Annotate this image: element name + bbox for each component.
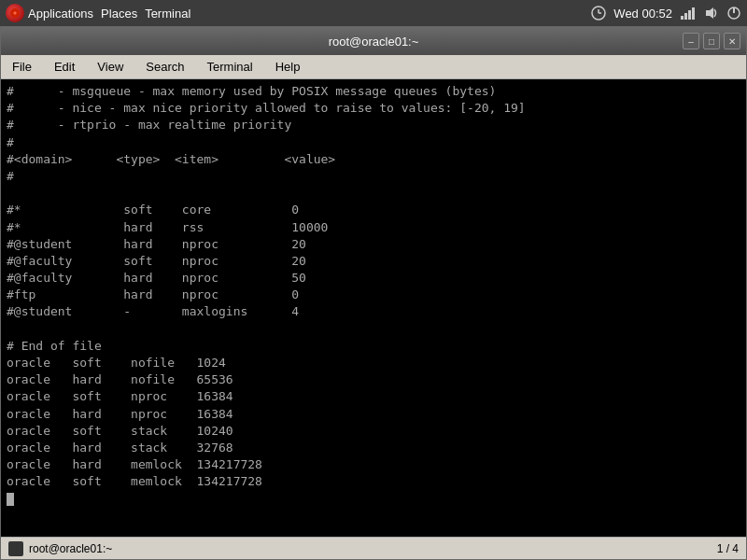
terminal-line: oracle soft nofile 1024	[7, 356, 226, 370]
svg-rect-7	[692, 7, 695, 20]
svg-rect-4	[681, 16, 684, 20]
terminal-line: oracle hard nofile 65536	[7, 372, 233, 386]
system-bar-right: Wed 00:52	[591, 6, 741, 21]
terminal-line: #@student - maxlogins 4	[7, 304, 299, 318]
menu-help[interactable]: Help	[270, 58, 306, 76]
terminal-line: oracle soft nproc 16384	[7, 389, 233, 403]
terminal-line: # - nice - max nice priority allowed to …	[7, 101, 526, 115]
terminal-line: oracle soft memlock 134217728	[7, 474, 262, 488]
terminal-line: # - msgqueue - max memory used by POSIX …	[7, 84, 496, 98]
maximize-button[interactable]: □	[703, 33, 720, 49]
terminal-line: #@student hard nproc 20	[7, 237, 306, 251]
clock-display: Wed 00:52	[613, 7, 672, 21]
terminal-line: #	[7, 169, 14, 183]
close-button[interactable]: ✕	[724, 33, 740, 49]
svg-rect-5	[684, 13, 687, 20]
page-info: 1 / 4	[717, 542, 739, 555]
terminal-line: #@faculty soft nproc 20	[7, 254, 306, 268]
minimize-button[interactable]: –	[683, 33, 699, 49]
menu-terminal[interactable]: Terminal	[202, 58, 259, 76]
system-bar: Applications Places Terminal Wed 00:52	[0, 0, 747, 26]
terminal-line: # - rtprio - max realtime priority	[7, 118, 291, 132]
places-menu[interactable]: Places	[101, 7, 137, 21]
system-menu-items[interactable]: Applications Places Terminal	[28, 7, 190, 21]
terminal-window: root@oracle01:~ – □ ✕ File Edit View Sea…	[0, 26, 747, 560]
terminal-line: #@faculty hard nproc 50	[7, 271, 306, 285]
terminal-line: #* hard rss 10000	[7, 220, 328, 234]
terminal-line: oracle hard nproc 16384	[7, 407, 233, 421]
terminal-line: #ftp hard nproc 0	[7, 287, 299, 301]
title-bar-controls[interactable]: – □ ✕	[683, 33, 740, 49]
terminal-line: #<domain> <type> <item> <value>	[7, 152, 335, 166]
applications-menu[interactable]: Applications	[28, 7, 93, 21]
status-bar: root@oracle01:~ 1 / 4	[1, 537, 746, 559]
terminal-line: oracle hard memlock 134217728	[7, 457, 262, 471]
terminal-status-label: root@oracle01:~	[29, 542, 112, 555]
terminal-menu[interactable]: Terminal	[145, 7, 190, 21]
menu-file[interactable]: File	[7, 58, 37, 76]
terminal-line: # End of file	[7, 339, 102, 353]
window-title: root@oracle01:~	[329, 35, 419, 49]
status-left: root@oracle01:~	[8, 541, 112, 556]
terminal-line: oracle soft stack 10240	[7, 424, 233, 438]
clock-icon	[591, 6, 606, 21]
terminal-line: oracle hard stack 32768	[7, 441, 233, 455]
menu-search[interactable]: Search	[140, 58, 190, 76]
svg-rect-6	[688, 10, 691, 20]
svg-marker-8	[706, 7, 713, 19]
terminal-status-icon	[8, 541, 23, 556]
menu-bar: File Edit View Search Terminal Help	[1, 55, 746, 79]
terminal-cursor	[7, 493, 14, 506]
system-bar-left: Applications Places Terminal	[6, 4, 591, 22]
terminal-line: #* soft core 0	[7, 203, 299, 217]
menu-view[interactable]: View	[92, 58, 129, 76]
network-icon	[680, 7, 697, 20]
system-app-icon	[6, 4, 24, 22]
terminal-content[interactable]: # - msgqueue - max memory used by POSIX …	[1, 79, 746, 537]
power-icon[interactable]	[726, 6, 741, 21]
title-bar: root@oracle01:~ – □ ✕	[1, 27, 746, 55]
volume-icon	[704, 7, 719, 20]
menu-edit[interactable]: Edit	[49, 58, 80, 76]
terminal-line: #	[7, 135, 14, 149]
